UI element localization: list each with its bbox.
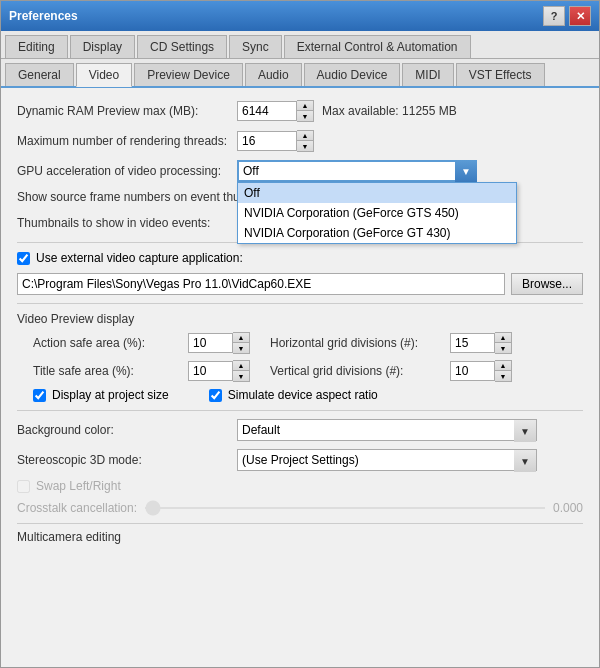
gpu-acceleration-row: GPU acceleration of video processing: Of… bbox=[17, 160, 583, 182]
horizontal-grid-input[interactable] bbox=[450, 333, 495, 353]
vertical-grid-btns: ▲ ▼ bbox=[495, 360, 512, 382]
gpu-acceleration-select[interactable]: Off bbox=[237, 160, 477, 182]
tab-row-2: General Video Preview Device Audio Audio… bbox=[1, 59, 599, 88]
display-project-size-checkbox[interactable] bbox=[33, 389, 46, 402]
gpu-dropdown-menu: Off NVIDIA Corporation (GeForce GTS 450)… bbox=[237, 182, 517, 244]
external-capture-row: Use external video capture application: bbox=[17, 251, 583, 265]
vertical-grid-input[interactable] bbox=[450, 361, 495, 381]
title-bar: Preferences ? ✕ bbox=[1, 1, 599, 31]
rendering-threads-spinner: ▲ ▼ bbox=[237, 130, 314, 152]
gpu-option-nvidia1[interactable]: NVIDIA Corporation (GeForce GTS 450) bbox=[238, 203, 516, 223]
gpu-acceleration-value: Off bbox=[243, 164, 259, 178]
tab-general[interactable]: General bbox=[5, 63, 74, 86]
title-safe-row: Title safe area (%): ▲ ▼ Vertical grid d… bbox=[33, 360, 583, 382]
swap-row: Swap Left/Right bbox=[17, 479, 583, 493]
tab-preview-device[interactable]: Preview Device bbox=[134, 63, 243, 86]
gpu-option-nvidia2[interactable]: NVIDIA Corporation (GeForce GT 430) bbox=[238, 223, 516, 243]
title-safe-down[interactable]: ▼ bbox=[233, 371, 249, 381]
crosstalk-slider bbox=[145, 507, 545, 509]
title-bar-buttons: ? ✕ bbox=[543, 6, 591, 26]
external-capture-label: Use external video capture application: bbox=[36, 251, 243, 265]
tab-display[interactable]: Display bbox=[70, 35, 135, 58]
crosstalk-value: 0.000 bbox=[553, 501, 583, 515]
horizontal-grid-btns: ▲ ▼ bbox=[495, 332, 512, 354]
title-safe-label: Title safe area (%): bbox=[33, 364, 188, 378]
background-color-arrow-icon[interactable]: ▼ bbox=[514, 420, 536, 442]
stereoscopic-row: Stereoscopic 3D mode: (Use Project Setti… bbox=[17, 449, 583, 471]
vertical-grid-group: Vertical grid divisions (#): ▲ ▼ bbox=[270, 360, 512, 382]
preferences-window: Preferences ? ✕ Editing Display CD Setti… bbox=[0, 0, 600, 668]
gpu-acceleration-label: GPU acceleration of video processing: bbox=[17, 164, 237, 178]
tab-midi[interactable]: MIDI bbox=[402, 63, 453, 86]
dynamic-ram-input[interactable] bbox=[237, 101, 297, 121]
action-safe-up[interactable]: ▲ bbox=[233, 333, 249, 343]
vertical-grid-label: Vertical grid divisions (#): bbox=[270, 364, 450, 378]
tab-editing[interactable]: Editing bbox=[5, 35, 68, 58]
rendering-threads-up[interactable]: ▲ bbox=[297, 131, 313, 141]
horizontal-grid-spinner: ▲ ▼ bbox=[450, 332, 512, 354]
background-color-value: Default bbox=[242, 423, 280, 437]
action-safe-down[interactable]: ▼ bbox=[233, 343, 249, 353]
dynamic-ram-spinner-btns: ▲ ▼ bbox=[297, 100, 314, 122]
video-preview-label: Video Preview display bbox=[17, 312, 583, 326]
display-simulate-row: Display at project size Simulate device … bbox=[33, 388, 583, 402]
vertical-grid-spinner: ▲ ▼ bbox=[450, 360, 512, 382]
dynamic-ram-info: Max available: 11255 MB bbox=[322, 104, 457, 118]
dynamic-ram-up[interactable]: ▲ bbox=[297, 101, 313, 111]
tab-vst-effects[interactable]: VST Effects bbox=[456, 63, 545, 86]
tab-sync[interactable]: Sync bbox=[229, 35, 282, 58]
content-panel: Dynamic RAM Preview max (MB): ▲ ▼ Max av… bbox=[1, 88, 599, 667]
simulate-aspect-group: Simulate device aspect ratio bbox=[209, 388, 378, 402]
stereoscopic-label: Stereoscopic 3D mode: bbox=[17, 453, 237, 467]
rendering-threads-label: Maximum number of rendering threads: bbox=[17, 134, 237, 148]
vertical-grid-up[interactable]: ▲ bbox=[495, 361, 511, 371]
path-row: Browse... bbox=[17, 273, 583, 295]
tab-audio[interactable]: Audio bbox=[245, 63, 302, 86]
crosstalk-row: Crosstalk cancellation: 0.000 bbox=[17, 501, 583, 515]
browse-button[interactable]: Browse... bbox=[511, 273, 583, 295]
multicamera-section: Multicamera editing bbox=[17, 523, 583, 544]
tab-external-control[interactable]: External Control & Automation bbox=[284, 35, 471, 58]
background-color-select[interactable]: Default ▼ bbox=[237, 419, 537, 441]
tab-audio-device[interactable]: Audio Device bbox=[304, 63, 401, 86]
action-safe-label: Action safe area (%): bbox=[33, 336, 188, 350]
simulate-aspect-label: Simulate device aspect ratio bbox=[228, 388, 378, 402]
simulate-aspect-checkbox[interactable] bbox=[209, 389, 222, 402]
tab-cd-settings[interactable]: CD Settings bbox=[137, 35, 227, 58]
vertical-grid-down[interactable]: ▼ bbox=[495, 371, 511, 381]
tab-video[interactable]: Video bbox=[76, 63, 132, 87]
rendering-threads-down[interactable]: ▼ bbox=[297, 141, 313, 151]
stereoscopic-select[interactable]: (Use Project Settings) ▼ bbox=[237, 449, 537, 471]
horizontal-grid-down[interactable]: ▼ bbox=[495, 343, 511, 353]
action-safe-btns: ▲ ▼ bbox=[233, 332, 250, 354]
dynamic-ram-down[interactable]: ▼ bbox=[297, 111, 313, 121]
rendering-threads-row: Maximum number of rendering threads: ▲ ▼ bbox=[17, 130, 583, 152]
horizontal-grid-up[interactable]: ▲ bbox=[495, 333, 511, 343]
window-title: Preferences bbox=[9, 9, 78, 23]
title-safe-input[interactable] bbox=[188, 361, 233, 381]
background-color-row: Background color: Default ▼ bbox=[17, 419, 583, 441]
background-color-dropdown-container: Default ▼ bbox=[237, 419, 537, 441]
multicamera-label: Multicamera editing bbox=[17, 530, 121, 544]
horizontal-grid-group: Horizontal grid divisions (#): ▲ ▼ bbox=[270, 332, 512, 354]
path-input[interactable] bbox=[17, 273, 505, 295]
stereoscopic-arrow-icon[interactable]: ▼ bbox=[514, 450, 536, 472]
background-color-label: Background color: bbox=[17, 423, 237, 437]
horizontal-grid-label: Horizontal grid divisions (#): bbox=[270, 336, 450, 350]
rendering-threads-input[interactable] bbox=[237, 131, 297, 151]
title-safe-up[interactable]: ▲ bbox=[233, 361, 249, 371]
gpu-option-off[interactable]: Off bbox=[238, 183, 516, 203]
gpu-acceleration-dropdown-container: Off ▼ Off NVIDIA Corporation (GeForce GT… bbox=[237, 160, 477, 182]
dynamic-ram-spinner: ▲ ▼ bbox=[237, 100, 314, 122]
tab-row-1: Editing Display CD Settings Sync Externa… bbox=[1, 31, 599, 59]
divider-2 bbox=[17, 303, 583, 304]
external-capture-checkbox[interactable] bbox=[17, 252, 30, 265]
action-safe-input[interactable] bbox=[188, 333, 233, 353]
title-safe-btns: ▲ ▼ bbox=[233, 360, 250, 382]
close-button[interactable]: ✕ bbox=[569, 6, 591, 26]
help-button[interactable]: ? bbox=[543, 6, 565, 26]
display-project-size-group: Display at project size bbox=[33, 388, 169, 402]
swap-checkbox bbox=[17, 480, 30, 493]
video-preview-section: Action safe area (%): ▲ ▼ Horizontal gri… bbox=[17, 332, 583, 402]
dynamic-ram-label: Dynamic RAM Preview max (MB): bbox=[17, 104, 237, 118]
